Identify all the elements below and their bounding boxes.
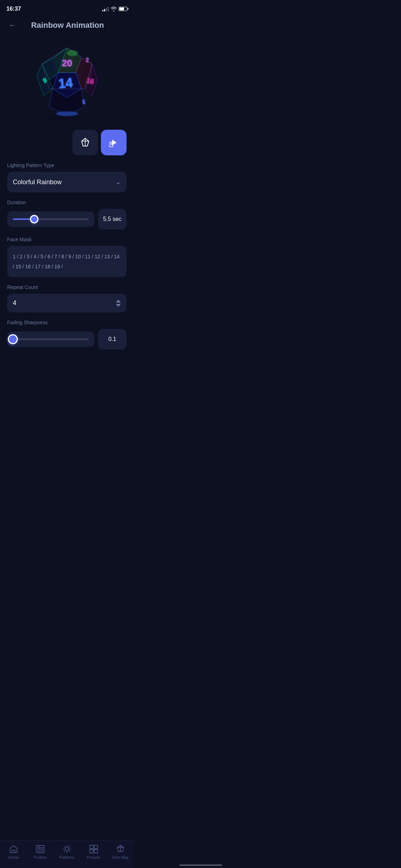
lighting-pattern-value: Colorful Rainbow — [13, 179, 62, 186]
duration-value: 5.5 sec — [98, 209, 127, 229]
animation-view-button[interactable] — [101, 130, 127, 155]
wifi-icon — [111, 7, 117, 11]
fading-sharpness-section: Fading Sharpness 0.1 — [7, 320, 127, 350]
page-title: Rainbow Animation — [21, 21, 114, 30]
svg-text:20: 20 — [62, 58, 72, 68]
duration-slider-fill — [13, 218, 34, 220]
status-time: 16:37 — [6, 6, 21, 12]
svg-line-26 — [87, 141, 89, 146]
lighting-pattern-section: Lighting Pattern Type Colorful Rainbow ⌄ — [7, 162, 127, 192]
view-toggle — [0, 130, 134, 162]
duration-slider-container — [7, 211, 94, 227]
fading-slider-track[interactable] — [13, 339, 89, 340]
settings-content: Lighting Pattern Type Colorful Rainbow ⌄… — [0, 162, 134, 350]
svg-line-25 — [82, 141, 83, 146]
svg-text:5: 5 — [82, 99, 85, 105]
svg-point-20 — [67, 50, 78, 56]
stepper-down-arrow[interactable] — [116, 304, 121, 307]
duration-slider-track[interactable] — [13, 218, 89, 220]
lighting-pattern-label: Lighting Pattern Type — [7, 162, 127, 168]
signal-icon — [102, 6, 109, 11]
lighting-pattern-select[interactable]: Colorful Rainbow ⌄ — [7, 172, 127, 192]
duration-label: Duration — [7, 200, 127, 205]
chevron-down-icon: ⌄ — [115, 178, 121, 186]
face-mask-value[interactable]: 1 / 2 / 3 / 4 / 5 / 6 / 7 / 8 / 9 / 10 /… — [7, 246, 127, 277]
fading-sharpness-value: 0.1 — [98, 329, 127, 350]
header: ← Rainbow Animation — [0, 16, 134, 37]
duration-section: Duration 5.5 sec — [7, 200, 127, 229]
repeat-count-label: Repeat Count — [7, 284, 127, 290]
repeat-count-section: Repeat Count 4 — [7, 284, 127, 312]
face-mask-section: Face Mask 1 / 2 / 3 / 4 / 5 / 6 / 7 / 8 … — [7, 237, 127, 277]
battery-icon — [119, 7, 127, 11]
back-button[interactable]: ← — [7, 19, 18, 31]
status-icons — [102, 6, 127, 11]
fading-slider-container — [7, 331, 94, 347]
repeat-count-value: 4 — [13, 299, 16, 307]
svg-marker-27 — [112, 140, 117, 145]
repeat-count-box: 4 — [7, 294, 127, 312]
face-mask-label: Face Mask — [7, 237, 127, 242]
fading-slider-fill — [13, 339, 17, 340]
stepper-up-arrow[interactable] — [116, 300, 121, 303]
repeat-count-stepper[interactable] — [116, 300, 121, 307]
duration-slider-thumb[interactable] — [30, 215, 38, 223]
status-bar: 16:37 — [0, 0, 134, 16]
fading-sharpness-label: Fading Sharpness — [7, 320, 127, 325]
3d-view-button[interactable] — [72, 130, 98, 155]
svg-point-21 — [56, 112, 78, 116]
fading-slider-thumb[interactable] — [8, 334, 18, 344]
dice-preview: 20 2 14 16 9 5 — [0, 37, 134, 130]
